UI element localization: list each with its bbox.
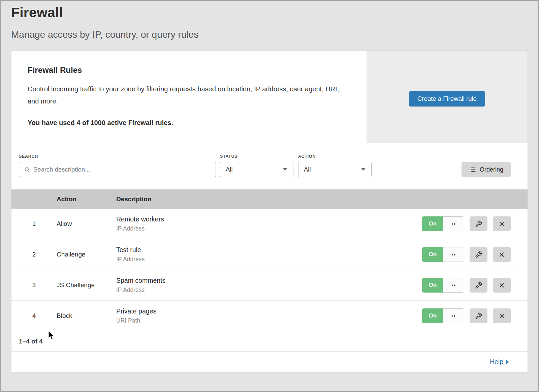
toggle-on-label[interactable]: On [422,278,443,293]
edit-rule-button[interactable] [470,308,487,323]
table-row: 2 Challenge Test rule IP Address On [11,239,528,270]
rule-enabled-toggle[interactable]: On [422,216,464,231]
toggle-handle-icon[interactable] [443,308,464,323]
delete-rule-button[interactable] [493,216,511,231]
table-row: 4 Block Private pages URI Path On [11,301,528,331]
ordering-button[interactable]: Ordering [462,162,511,177]
rules-usage-text: You have used 4 of 1000 active Firewall … [28,119,350,127]
close-icon [499,221,505,227]
toggle-on-label[interactable]: On [422,216,443,231]
intro-text-block: Firewall Rules Control incoming traffic … [11,51,367,143]
rule-priority: 2 [11,251,57,258]
rule-match-type: URI Path [116,317,422,324]
help-link-label: Help [490,358,503,366]
status-label: STATUS [220,154,293,159]
firewall-rules-card: Firewall Rules Control incoming traffic … [11,50,528,372]
toggle-handle-icon[interactable] [443,278,464,293]
toggle-on-label[interactable]: On [422,308,443,323]
card-description: Control incoming traffic to your zone by… [28,83,346,107]
search-label: SEARCH [19,154,216,159]
rule-match-type: IP Address [116,225,422,232]
action-filter-select[interactable]: All [298,162,372,177]
close-icon [499,282,505,289]
page-subtitle: Manage access by IP, country, or query r… [11,29,528,40]
search-input[interactable] [33,166,211,173]
rule-description: Spam comments [116,277,422,284]
rule-priority: 1 [11,220,57,228]
rule-enabled-toggle[interactable]: On [422,247,464,262]
rule-priority: 4 [11,312,57,320]
delete-rule-button[interactable] [493,247,511,262]
rule-action: Challenge [57,251,116,258]
help-row: Help [11,352,528,372]
table-header: Action Description [11,189,528,209]
firewall-page: Firewall Manage access by IP, country, o… [0,0,539,372]
delete-rule-button[interactable] [493,308,511,323]
wrench-icon [475,282,482,289]
rule-description-cell: Test rule IP Address [116,246,422,263]
rule-action: Allow [57,220,116,228]
action-column-header: Action [57,195,116,203]
rule-priority: 3 [11,282,57,289]
rule-description: Remote workers [116,215,422,223]
search-box[interactable] [19,162,216,177]
rule-action: JS Challenge [57,281,116,289]
status-selected-value: All [226,166,233,173]
ordering-button-label: Ordering [480,166,503,173]
status-filter-group: STATUS All [220,154,293,177]
description-column-header: Description [116,195,511,203]
rule-description-cell: Spam comments IP Address [116,277,422,294]
close-icon [499,251,505,258]
rule-description: Private pages [116,307,422,315]
toggle-handle-icon[interactable] [443,216,464,231]
wrench-icon [475,312,482,320]
triangle-right-icon [506,360,509,364]
list-ordering-icon [469,166,476,173]
toggle-handle-icon[interactable] [443,247,464,262]
rule-controls: On [422,278,511,293]
table-row: 1 Allow Remote workers IP Address On [11,209,528,239]
create-firewall-rule-button[interactable]: Create a Firewall rule [409,91,485,107]
rule-match-type: IP Address [116,287,422,294]
intro-action-panel: Create a Firewall rule [367,51,528,143]
rule-enabled-toggle[interactable]: On [422,308,464,323]
intro-section: Firewall Rules Control incoming traffic … [11,51,528,143]
toggle-on-label[interactable]: On [422,247,443,262]
rule-controls: On [422,216,511,231]
rule-description: Test rule [116,246,422,254]
action-selected-value: All [304,166,311,173]
pagination-status: 1–4 of 4 [11,331,528,352]
edit-rule-button[interactable] [470,247,487,262]
action-label: ACTION [298,154,372,159]
search-icon [24,167,30,173]
rule-match-type: IP Address [116,256,422,263]
rule-controls: On [422,308,511,323]
edit-rule-button[interactable] [470,278,487,293]
wrench-icon [475,251,482,258]
edit-rule-button[interactable] [470,216,487,231]
filter-bar: SEARCH STATUS All ACTION [11,143,528,189]
rule-action: Block [57,312,116,320]
action-filter-group: ACTION All [298,154,372,177]
wrench-icon [475,220,482,228]
search-filter-group: SEARCH [19,154,216,177]
chevron-down-icon [361,168,366,171]
card-heading: Firewall Rules [28,65,350,75]
chevron-down-icon [283,168,288,171]
page-title: Firewall [11,5,528,21]
rule-controls: On [422,247,511,262]
rule-description-cell: Remote workers IP Address [116,215,422,232]
close-icon [499,313,505,319]
table-row: 3 JS Challenge Spam comments IP Address … [11,270,528,301]
rule-description-cell: Private pages URI Path [116,307,422,324]
status-filter-select[interactable]: All [220,162,293,177]
help-link[interactable]: Help [490,358,509,366]
rule-enabled-toggle[interactable]: On [422,278,464,293]
delete-rule-button[interactable] [493,278,511,293]
